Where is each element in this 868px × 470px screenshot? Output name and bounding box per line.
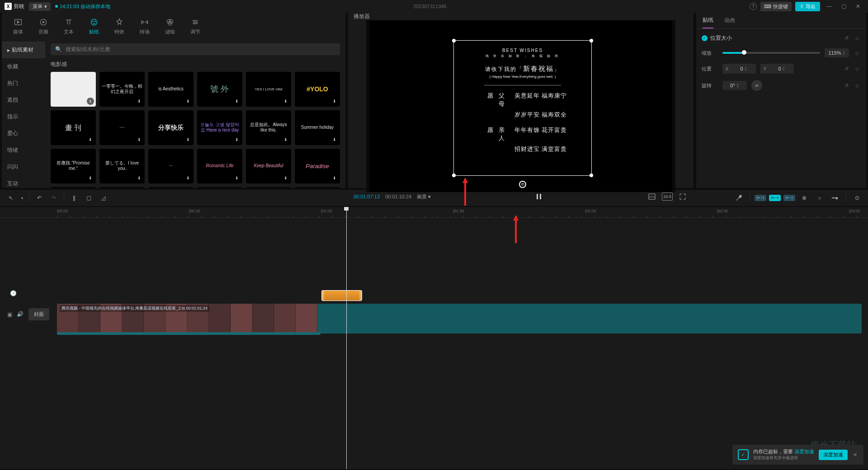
tab-audio[interactable]: 音频	[31, 15, 56, 38]
sticker-item[interactable]: 答應我."Promise me."⬇	[51, 149, 96, 183]
aspect-ratio-button[interactable]: 16:9	[662, 193, 673, 201]
download-icon[interactable]: ⬇	[184, 174, 192, 182]
rotate-handle[interactable]: ⟲	[519, 181, 526, 188]
download-icon[interactable]: ⬇	[282, 174, 289, 182]
tab-filter[interactable]: 滤镜	[157, 15, 183, 38]
sticker-clip[interactable]	[321, 290, 362, 301]
help-button[interactable]: ?	[750, 3, 757, 10]
reset-button[interactable]: ↺	[843, 82, 850, 89]
sticker-item[interactable]: Keep Beautiful⬇	[246, 149, 291, 183]
nav-mood[interactable]: 情绪	[2, 142, 45, 159]
resize-handle-bl[interactable]	[452, 174, 456, 177]
nav-popular[interactable]: 热门	[2, 75, 45, 92]
scale-slider[interactable]	[722, 52, 820, 54]
sticker-search[interactable]: 🔍	[51, 43, 340, 55]
minimize-button[interactable]: —	[824, 2, 835, 11]
download-icon[interactable]: ⬇	[282, 98, 289, 105]
download-icon[interactable]: ⬇	[331, 174, 338, 182]
maximize-button[interactable]: ▢	[838, 2, 849, 11]
sticker-item[interactable]: 分享快乐⬇	[148, 110, 193, 145]
undo-button[interactable]: ↶	[33, 192, 46, 204]
sticker-item[interactable]: 一零零一。今晚，精幻之夜开启⬇	[99, 72, 145, 107]
sticker-item[interactable]: BEST	[246, 187, 291, 188]
sticker-item[interactable]: 冬日恋曲	[295, 187, 340, 188]
sticker-item[interactable]: 畫 刊⬇	[51, 110, 96, 145]
snapshot-button[interactable]	[646, 193, 657, 201]
split-tool[interactable]: ‖	[68, 192, 80, 204]
link-button[interactable]: ⊢⊣	[769, 195, 781, 201]
download-icon[interactable]: ⬇	[136, 136, 143, 143]
download-icon[interactable]: ⬇	[233, 136, 241, 143]
tab-adjust[interactable]: 调节	[183, 15, 208, 38]
sticker-item[interactable]: ⬇	[51, 72, 96, 107]
nav-favorites[interactable]: 收藏	[2, 58, 45, 75]
reset-button[interactable]: ↺	[843, 35, 850, 42]
close-button[interactable]: ✕	[853, 2, 863, 11]
pos-x-input[interactable]: 0▲▼	[731, 64, 756, 74]
download-icon[interactable]: ⬇	[184, 136, 192, 143]
track-toggle-icon[interactable]: ▣	[7, 311, 12, 318]
redo-button[interactable]: ↷	[47, 192, 60, 204]
download-icon[interactable]: ⬇	[233, 174, 241, 182]
tab-text[interactable]: 文本	[56, 15, 81, 38]
download-icon[interactable]: ⬇	[87, 136, 94, 143]
sticker-item[interactable]: is Aesthetics⬇	[148, 72, 193, 107]
tab-media[interactable]: 媒体	[5, 15, 31, 38]
playhead-handle[interactable]	[344, 207, 349, 211]
download-icon[interactable]: ⬇	[87, 174, 94, 182]
resize-handle-tr[interactable]	[590, 39, 593, 42]
download-icon[interactable]: ⬇	[136, 174, 143, 182]
mirror-tool[interactable]: ◿	[97, 192, 109, 204]
keyframe-button[interactable]: ◇	[854, 65, 861, 72]
tab-sticker-props[interactable]: 贴纸	[703, 13, 713, 28]
snap-magnet-button[interactable]: ⊢⊣	[755, 195, 766, 201]
mute-button[interactable]: 🔊	[17, 311, 24, 318]
cover-button[interactable]: 封面	[28, 308, 49, 320]
download-icon[interactable]: ⬇	[87, 98, 94, 105]
step-down-icon[interactable]: ▼	[843, 53, 845, 56]
keyframe-button[interactable]: ◇	[854, 82, 861, 89]
keyframe-button[interactable]: ◇	[854, 49, 861, 56]
sticker-item[interactable]: MY ROMANTIC	[99, 187, 145, 188]
search-input[interactable]	[66, 46, 335, 52]
sticker-item[interactable]: 號 外⬇	[197, 72, 242, 107]
marker-button[interactable]: ⊕	[798, 192, 811, 204]
nav-interactive[interactable]: 互动	[2, 175, 45, 188]
sticker-item[interactable]: Summer holiday⬇	[295, 110, 340, 145]
video-canvas[interactable]: ⟲ BEST WISHES 祝 快 乐 如 歌 ， 幸 福 如 画 请收下我的「…	[369, 20, 672, 192]
player-viewport[interactable]: ⟲ BEST WISHES 祝 快 乐 如 歌 ， 幸 福 如 画 请收下我的「…	[366, 20, 675, 192]
timeline[interactable]: |00:00|00:30|01:00|01:30|02:00|02:30|03:…	[0, 207, 868, 469]
close-notification-button[interactable]: ✕	[852, 451, 858, 459]
keyframe-button[interactable]: ◇	[854, 35, 861, 42]
reset-button[interactable]: ↺	[843, 65, 850, 72]
tab-effects[interactable]: 特效	[107, 15, 132, 38]
nav-mask[interactable]: 遮挡	[2, 92, 45, 108]
sticker-item[interactable]: 愛してる。I love you.⬇	[99, 149, 145, 183]
nav-indicate[interactable]: 指示	[2, 108, 45, 125]
timeline-ruler[interactable]: |00:00|00:30|01:00|01:30|02:00|02:30|03:…	[0, 207, 868, 218]
sticker-item[interactable]: somebody to	[148, 187, 193, 188]
video-clip[interactable]: 腾讯视频 - 中国领先的在线视频媒体平台,海量高清视频在线观看_2.ts 00:…	[57, 304, 862, 334]
tab-sticker[interactable]: 贴纸	[81, 15, 107, 38]
mic-button[interactable]: 🎤	[732, 192, 745, 204]
aspect-lock-button[interactable]: ⇄	[751, 80, 762, 91]
download-icon[interactable]: ⬇	[136, 98, 143, 105]
resize-handle-br[interactable]	[590, 174, 593, 177]
download-icon[interactable]: ⬇	[233, 98, 241, 105]
sticker-item[interactable]: SUMMER HOLIDAY	[51, 187, 96, 188]
nav-sparkle[interactable]: 闪闪	[2, 159, 45, 175]
menu-button[interactable]: 菜单 ▾	[29, 2, 51, 11]
zoom-out-button[interactable]: ○	[813, 192, 826, 204]
zoom-fit-button[interactable]: ⊙	[851, 192, 863, 204]
quality-select[interactable]: 画质▾	[417, 193, 431, 200]
pause-button[interactable]	[534, 192, 543, 201]
sticker-item[interactable]: Paradise⬇	[295, 149, 340, 183]
sticker-item[interactable]: if.	[197, 187, 242, 188]
resize-handle-tl[interactable]	[452, 39, 456, 42]
fullscreen-button[interactable]	[677, 193, 688, 201]
sticker-item[interactable]: ···⬇	[148, 149, 193, 183]
sticker-item[interactable]: ····⬇	[99, 110, 145, 145]
sticker-item[interactable]: #YOLO⬇	[295, 72, 340, 107]
sticker-item[interactable]: YES I LOVE HIM⬇	[246, 72, 291, 107]
download-icon[interactable]: ⬇	[331, 136, 338, 143]
